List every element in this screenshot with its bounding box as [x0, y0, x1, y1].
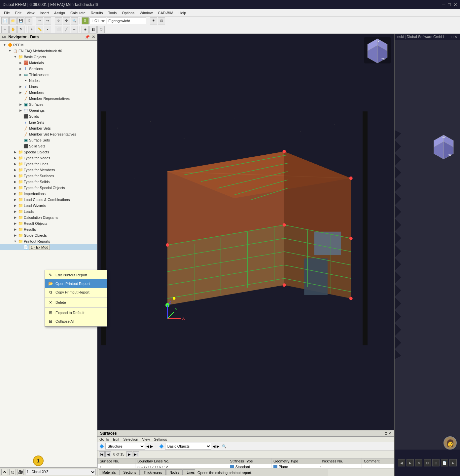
menu-edit[interactable]: Edit: [13, 10, 24, 16]
display-btn[interactable]: ⊡: [158, 17, 165, 24]
lc-selector[interactable]: LC1: [89, 18, 106, 24]
rp-maximize[interactable]: □: [451, 35, 453, 39]
zoom-button[interactable]: 🔍: [71, 17, 78, 24]
ctx-copy-printout[interactable]: ⧉ Copy Printout Report: [45, 288, 107, 297]
types-members-expand[interactable]: ▶: [13, 168, 17, 172]
pan-btn[interactable]: ✋: [9, 26, 17, 33]
nav-mode-btn-2[interactable]: ◎: [9, 469, 16, 475]
tree-rfem[interactable]: ▼ 🔶 RFEM: [0, 42, 97, 48]
ctx-open-printout[interactable]: 📂 Open Printout Report: [45, 279, 107, 288]
menu-view[interactable]: View: [142, 437, 150, 441]
table-first-btn[interactable]: |◀: [99, 451, 105, 457]
nav-close-button[interactable]: ✕: [92, 35, 95, 39]
rp-btn-5[interactable]: ⊞: [432, 459, 440, 466]
ctx-edit-printout[interactable]: ✎ Edit Printout Report: [45, 271, 107, 279]
menu-edit[interactable]: Edit: [113, 437, 119, 441]
solids-expand[interactable]: [18, 114, 22, 118]
tree-special-objects[interactable]: ▶ 📁 Special Objects: [0, 149, 97, 155]
panel-close-btn[interactable]: ✕: [388, 431, 391, 435]
open-button[interactable]: 📁: [9, 17, 17, 24]
minimize-button[interactable]: ─: [442, 2, 445, 7]
tree-member-representatives[interactable]: ╱ Member Representatives: [0, 96, 97, 101]
menu-results[interactable]: Results: [88, 10, 106, 16]
rotate-btn[interactable]: ↻: [17, 26, 24, 33]
menu-cad-bim[interactable]: CAD-BIM: [155, 10, 176, 16]
tree-openings[interactable]: ▶ ⬚ Openings: [0, 107, 97, 113]
coord-system-selector[interactable]: 1 - Global XYZ: [25, 469, 96, 475]
rp-btn-6[interactable]: 📄: [441, 459, 448, 466]
nav-mode-btn-1[interactable]: 👁: [1, 469, 8, 475]
types-surfaces-expand[interactable]: ▶: [13, 174, 17, 178]
measure-btn[interactable]: 📏: [36, 26, 43, 33]
right-panel-controls[interactable]: ─ □ ✕: [447, 35, 457, 39]
tree-result-objects[interactable]: ▶ 📁 Result Objects: [0, 220, 97, 226]
tree-calc-diagrams[interactable]: ▶ 📁 Calculation Diagrams: [0, 215, 97, 220]
member-set-reps-expand[interactable]: [18, 132, 22, 136]
tree-surfaces[interactable]: ▶ ▣ Surfaces: [0, 101, 97, 107]
tree-member-set-reps[interactable]: ╱ Member Set Representatives: [0, 131, 97, 137]
tree-basic-objects[interactable]: ▼ 📁 Basic Objects: [0, 54, 97, 60]
rp-btn-2[interactable]: ▶: [407, 459, 414, 466]
tree-types-special[interactable]: ▶ 📁 Types for Special Objects: [0, 185, 97, 191]
solid-sets-expand[interactable]: [18, 144, 22, 148]
tree-printout-reports[interactable]: ▼ 📁 Printout Reports: [0, 238, 97, 244]
tree-members[interactable]: ▶ ╱ Members: [0, 90, 97, 96]
openings-expand[interactable]: ▶: [18, 108, 22, 112]
filter-nav-next-2[interactable]: ▶: [217, 444, 219, 449]
thicknesses-expand[interactable]: ▶: [18, 73, 22, 77]
table-prev-btn[interactable]: ◀: [105, 451, 111, 457]
select-button[interactable]: ⊹: [55, 17, 62, 24]
new-button[interactable]: 📄: [1, 17, 9, 24]
menu-file[interactable]: File: [1, 10, 13, 16]
table-next-btn[interactable]: ▶: [126, 451, 132, 457]
view-btn[interactable]: 👁: [150, 17, 157, 24]
tab-nodes[interactable]: Nodes: [166, 469, 183, 475]
tree-solids[interactable]: ⬛ Solids: [0, 113, 97, 119]
types-nodes-expand[interactable]: ▶: [13, 156, 17, 160]
redo-button[interactable]: ↪: [44, 17, 51, 24]
tree-results[interactable]: ▶ 📁 Results: [0, 226, 97, 232]
tree-lines[interactable]: ▶ / Lines: [0, 84, 97, 90]
window-controls[interactable]: ─ □ ✕: [442, 2, 457, 7]
lc-name[interactable]: [107, 18, 146, 24]
menu-calculate[interactable]: Calculate: [68, 10, 88, 16]
tree-member-sets[interactable]: ╱ Member Sets: [0, 125, 97, 131]
menu-tools[interactable]: Tools: [105, 10, 119, 16]
tree-types-nodes[interactable]: ▶ 📁 Types for Nodes: [0, 155, 97, 161]
rfem-expand[interactable]: ▼: [3, 43, 7, 47]
tree-surface-sets[interactable]: ▣ Surface Sets: [0, 137, 97, 143]
tree-nodes[interactable]: • Nodes: [0, 78, 97, 84]
tree-types-surfaces[interactable]: ▶ 📁 Types for Surfaces: [0, 173, 97, 179]
tab-sections[interactable]: Sections: [120, 469, 140, 475]
special-expand[interactable]: ▶: [13, 150, 17, 154]
lines-expand[interactable]: ▶: [18, 85, 22, 89]
ctx-delete[interactable]: ✕ Delete: [45, 298, 107, 307]
menu-goto[interactable]: Go To: [99, 437, 109, 441]
undo-button[interactable]: ↩: [36, 17, 43, 24]
tree-sections[interactable]: ▶ Ⅰ Sections: [0, 66, 97, 72]
members-expand[interactable]: ▶: [18, 91, 22, 95]
move-button[interactable]: ✥: [63, 17, 70, 24]
basic-objects-expand[interactable]: ▼: [13, 55, 17, 59]
printout-item-expand[interactable]: [18, 245, 22, 249]
tree-types-lines[interactable]: ▶ 📁 Types for Lines: [0, 161, 97, 167]
menu-window[interactable]: Window: [137, 10, 155, 16]
filter-nav-prev[interactable]: ◀: [146, 444, 149, 449]
nav-pin-button[interactable]: 📌: [85, 35, 90, 39]
menu-insert[interactable]: Insert: [37, 10, 52, 16]
select2-btn[interactable]: ⊹: [1, 26, 9, 33]
menu-settings[interactable]: Settings: [154, 437, 167, 441]
calc-expand[interactable]: ▶: [13, 216, 17, 219]
project-expand[interactable]: ▼: [8, 49, 12, 53]
filter-nav-next[interactable]: ▶: [150, 444, 153, 449]
rp-close[interactable]: ✕: [454, 35, 457, 39]
result-objects-expand[interactable]: ▶: [13, 221, 17, 225]
rp-btn-1[interactable]: ◀: [398, 459, 405, 466]
nav-mode-btn-3[interactable]: 🎥: [17, 469, 24, 475]
wire-btn[interactable]: ⬡: [97, 26, 105, 33]
tree-solid-sets[interactable]: ⬛ Solid Sets: [0, 143, 97, 149]
close-button[interactable]: ✕: [453, 2, 457, 7]
tree-types-solids[interactable]: ▶ 📁 Types for Solids: [0, 179, 97, 185]
tree-types-members[interactable]: ▶ 📁 Types for Members: [0, 167, 97, 173]
maximize-button[interactable]: □: [448, 2, 451, 7]
